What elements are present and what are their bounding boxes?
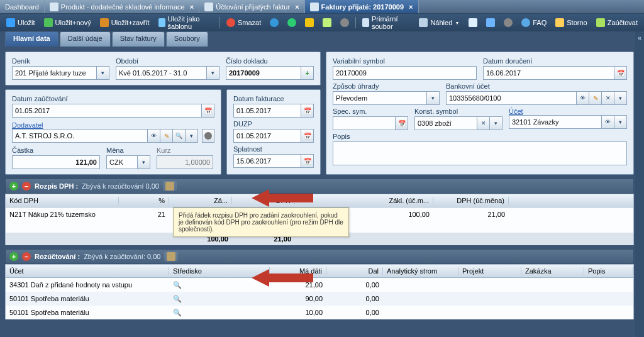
denik-dropdown[interactable] — [97, 66, 109, 80]
denik-input[interactable] — [12, 66, 97, 80]
save-button[interactable]: Uložit — [3, 17, 39, 28]
roz-section-bar: + – Rozúčtování : Zbývá k zaúčtování: 0,… — [5, 249, 634, 264]
preview-button[interactable]: Náhled▾ — [415, 17, 462, 28]
tab-produkt[interactable]: Produkt - dodatečné skladové informace × — [45, 0, 199, 13]
cislo-plus-button[interactable] — [301, 66, 314, 80]
collapse-right-button[interactable]: « — [635, 31, 644, 337]
save-icon — [6, 18, 15, 27]
datum-fakt-input[interactable] — [233, 104, 301, 118]
spec-button[interactable] — [396, 116, 408, 130]
doruceni-calendar[interactable] — [614, 66, 627, 80]
zauctovat-button[interactable]: Zaúčtovat — [592, 17, 641, 28]
gear-icon — [340, 18, 349, 27]
cislo-input[interactable] — [226, 66, 301, 80]
subtab-main[interactable]: Hlavní data — [5, 31, 58, 47]
popis-textarea[interactable] — [333, 141, 627, 165]
ks-clear-button[interactable] — [477, 116, 490, 130]
subtab-files[interactable]: Soubory — [166, 31, 208, 47]
tab-label: Účtování přijatých faktur — [216, 3, 290, 11]
close-icon[interactable]: × — [295, 3, 299, 11]
info-button[interactable] — [266, 17, 282, 28]
dodavatel-link[interactable]: Dodavatel — [12, 121, 214, 129]
cart-button[interactable] — [319, 17, 335, 28]
dodavatel-edit-button[interactable] — [160, 129, 173, 143]
vs-label: Variabilní symbol — [333, 57, 477, 65]
ks-dropdown[interactable] — [490, 116, 502, 130]
bars-icon — [469, 18, 477, 27]
dodavatel-input[interactable] — [12, 129, 148, 143]
datum-fakt-calendar[interactable] — [301, 104, 314, 118]
bucet-clear-button[interactable] — [602, 91, 614, 105]
mena-dropdown[interactable] — [138, 155, 150, 169]
zpusob-dropdown[interactable] — [427, 91, 440, 105]
roz-add-button[interactable]: + — [9, 252, 18, 261]
zpusob-input[interactable] — [333, 91, 427, 105]
cfg-button[interactable] — [336, 17, 353, 28]
refresh-button[interactable] — [284, 17, 300, 28]
storno-button[interactable]: Storno — [552, 17, 591, 28]
datum-zauct-input[interactable] — [12, 104, 202, 118]
subtab-more[interactable]: Další údaje — [60, 31, 111, 47]
col-pct: % — [119, 197, 169, 204]
stredisko-search-button[interactable]: 🔍 — [169, 309, 270, 317]
roz-grid-row[interactable]: 50101 Spotřeba materiálu🔍10,000,00 — [5, 306, 634, 319]
doruceni-input[interactable] — [483, 66, 614, 80]
datum-zauct-calendar[interactable] — [202, 104, 214, 118]
stredisko-search-button[interactable]: 🔍 — [169, 295, 270, 303]
duzp-input[interactable] — [233, 129, 301, 143]
roz-grid-row[interactable]: 34301 Daň z přidané hodnoty na vstupu🔍21… — [5, 278, 634, 292]
panel-supplier: Datum zaúčtování Dodavatel — [5, 89, 221, 175]
col-popis: Popis — [584, 267, 633, 275]
vs-input[interactable] — [333, 66, 477, 80]
duzp-calendar[interactable] — [301, 129, 314, 143]
roz-grid-row[interactable]: 50101 Spotřeba materiálu🔍90,000,00 — [5, 292, 634, 306]
dodavatel-dropdown[interactable] — [186, 129, 198, 143]
bucet-view-button[interactable] — [577, 91, 589, 105]
dodavatel-view-button[interactable] — [148, 129, 160, 143]
next-arrow-button[interactable] — [482, 17, 499, 28]
spec-input[interactable] — [333, 116, 396, 130]
ucet-dropdown[interactable] — [614, 115, 627, 129]
castka-input[interactable] — [12, 155, 100, 169]
primary-file-button[interactable]: Primární soubor — [358, 14, 414, 31]
faq-button[interactable]: FAQ — [518, 17, 550, 28]
settings-button[interactable] — [500, 17, 516, 28]
roz-remove-button[interactable]: – — [22, 252, 31, 261]
tab-dashboard[interactable]: Dashboard — [0, 0, 45, 13]
ucet-link[interactable]: Účet — [509, 108, 627, 115]
doc-icon — [204, 3, 213, 11]
tab-faktury[interactable]: Faktury přijaté: 20170009 × — [305, 0, 419, 13]
light-button[interactable] — [301, 17, 318, 28]
splatnost-input[interactable] — [233, 154, 301, 168]
bucet-edit-button[interactable] — [589, 91, 602, 105]
dph-add-button[interactable]: + — [9, 182, 18, 191]
tab-uctovani[interactable]: Účtování přijatých faktur × — [199, 0, 304, 13]
dodavatel-search-button[interactable] — [173, 129, 186, 143]
toggle-bars-button[interactable] — [465, 17, 481, 28]
save-close-button[interactable]: Uložit+zavřít — [96, 17, 153, 28]
obdobi-input[interactable] — [116, 66, 207, 80]
kurz-label: Kurz — [157, 146, 213, 154]
ucet-view-button[interactable] — [602, 115, 614, 129]
save-template-button[interactable]: Uložit jako šablonu — [155, 14, 218, 31]
bucet-input[interactable] — [446, 91, 577, 105]
delete-button[interactable]: Smazat — [223, 17, 265, 28]
obdobi-dropdown[interactable] — [207, 66, 219, 80]
save-new-button[interactable]: Uložit+nový — [40, 17, 95, 28]
roz-subtitle: Zbývá k zaúčtování: 0,00 — [84, 253, 160, 260]
close-icon[interactable]: × — [409, 3, 413, 11]
ucet-input[interactable] — [509, 115, 602, 129]
dph-wrench-button[interactable] — [163, 181, 177, 191]
roz-wrench-button[interactable] — [164, 251, 178, 262]
splatnost-calendar[interactable] — [301, 154, 314, 168]
bucet-dropdown[interactable] — [614, 91, 627, 105]
close-icon[interactable]: × — [190, 3, 194, 11]
stredisko-search-button[interactable]: 🔍 — [169, 281, 270, 289]
mena-input[interactable] — [106, 155, 138, 169]
dph-remove-button[interactable]: – — [22, 182, 31, 191]
cell-dal: 0,00 — [326, 281, 383, 289]
dodavatel-gear-button[interactable] — [202, 129, 214, 143]
ks-input[interactable] — [414, 116, 477, 130]
roz-grid-header: Účet Středisko Má dáti Dal Analytický st… — [5, 264, 634, 278]
subtab-status[interactable]: Stav faktury — [112, 31, 165, 47]
